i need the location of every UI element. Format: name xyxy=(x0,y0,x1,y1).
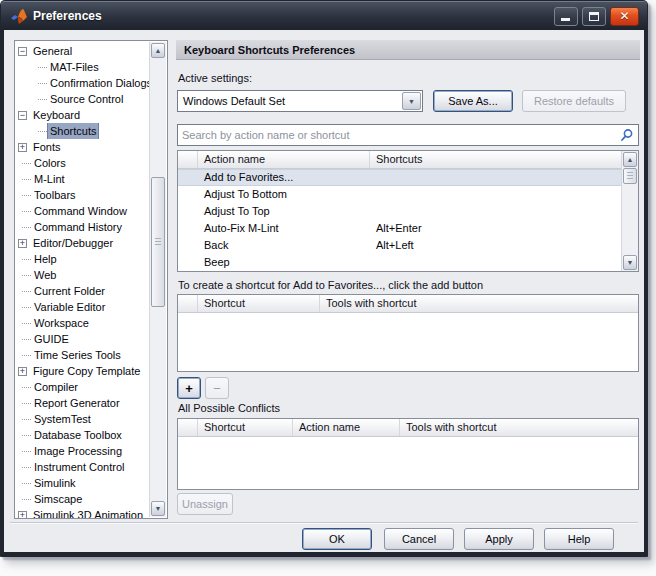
shortcut-cell xyxy=(370,203,621,220)
combo-dropdown-button[interactable]: ▼ xyxy=(402,92,421,110)
table-row[interactable]: Adjust To Bottom xyxy=(178,186,621,203)
collapse-icon[interactable]: − xyxy=(18,47,27,56)
tree-item-label: Database Toolbox xyxy=(32,427,124,443)
tree-item-label: Compiler xyxy=(32,379,80,395)
scroll-down-button[interactable]: ▼ xyxy=(151,501,165,516)
maximize-button[interactable] xyxy=(582,7,606,26)
tree-item-label: Image Processing xyxy=(32,443,124,459)
tree-item-label: Simulink xyxy=(32,475,78,491)
tree-connector xyxy=(22,259,31,260)
tree-item-instrument-control[interactable]: Instrument Control xyxy=(15,459,167,475)
tree-item-label: Command Window xyxy=(32,203,129,219)
expand-icon[interactable]: + xyxy=(18,143,27,152)
scroll-down-button[interactable]: ▼ xyxy=(623,255,637,270)
table-row[interactable]: Beep xyxy=(178,254,621,271)
tree-item-confirmation-dialogs[interactable]: Confirmation Dialogs xyxy=(15,75,167,91)
tree-item-simulink[interactable]: Simulink xyxy=(15,475,167,491)
cancel-button[interactable]: Cancel xyxy=(384,528,454,550)
tree-item-colors[interactable]: Colors xyxy=(15,155,167,171)
preferences-tree: −General MAT-Files Confirmation Dialogs … xyxy=(14,40,168,519)
tree-item-label: Shortcuts xyxy=(48,123,98,139)
shortcut-cell xyxy=(370,254,621,271)
header-cell-action-name[interactable]: Action name xyxy=(198,151,370,168)
header-cell-tools[interactable]: Tools with shortcut xyxy=(400,419,638,436)
conflicts-table-header: Shortcut Action name Tools with shortcut xyxy=(178,419,638,437)
tree-item-compiler[interactable]: Compiler xyxy=(15,379,167,395)
search-input[interactable] xyxy=(182,127,610,143)
tree-item-current-folder[interactable]: Current Folder xyxy=(15,283,167,299)
tree-item-guide[interactable]: GUIDE xyxy=(15,331,167,347)
tree-item-systemtest[interactable]: SystemTest xyxy=(15,411,167,427)
tree-item-help[interactable]: Help xyxy=(15,251,167,267)
apply-button[interactable]: Apply xyxy=(464,528,534,550)
active-settings-select[interactable]: Windows Default Set ▼ xyxy=(177,90,423,112)
header-cell-shortcuts[interactable]: Shortcuts xyxy=(370,151,621,168)
tree-item-editor-debugger[interactable]: +Editor/Debugger xyxy=(15,235,167,251)
tree-item-image-processing[interactable]: Image Processing xyxy=(15,443,167,459)
action-name-cell: Beep xyxy=(198,254,370,271)
tree-item-command-history[interactable]: Command History xyxy=(15,219,167,235)
header-cell-shortcut[interactable]: Shortcut xyxy=(198,295,320,312)
scrollbar-thumb[interactable] xyxy=(623,168,637,184)
table-row[interactable]: Adjust To Top xyxy=(178,203,621,220)
tree-item-shortcuts[interactable]: Shortcuts xyxy=(15,123,167,139)
tree-connector xyxy=(22,451,31,452)
table-row[interactable]: Auto-Fix M-LintAlt+Enter xyxy=(178,220,621,237)
header-cell-tools[interactable]: Tools with shortcut xyxy=(320,295,638,312)
tree-scrollbar[interactable]: ▲ ▼ xyxy=(149,42,166,517)
tree-item-database-toolbox[interactable]: Database Toolbox xyxy=(15,427,167,443)
expand-icon[interactable]: + xyxy=(18,239,27,248)
tree-item-time-series-tools[interactable]: Time Series Tools xyxy=(15,347,167,363)
tree-item-fonts[interactable]: +Fonts xyxy=(15,139,167,155)
remove-shortcut-button[interactable]: − xyxy=(205,377,229,399)
create-shortcut-table: Shortcut Tools with shortcut xyxy=(177,294,639,372)
tree-item-workspace[interactable]: Workspace xyxy=(15,315,167,331)
scrollbar-thumb[interactable] xyxy=(151,177,165,307)
tree-item-m-lint[interactable]: M-Lint xyxy=(15,171,167,187)
tree-connector xyxy=(22,211,31,212)
header-cell-action-name[interactable]: Action name xyxy=(293,419,400,436)
scroll-up-icon: ▲ xyxy=(152,44,164,57)
tree-item-source-control[interactable]: Source Control xyxy=(15,91,167,107)
add-shortcut-button[interactable]: + xyxy=(177,377,201,399)
minimize-button[interactable] xyxy=(554,7,578,26)
tree-item-figure-copy-template[interactable]: +Figure Copy Template xyxy=(15,363,167,379)
tree-item-report-generator[interactable]: Report Generator xyxy=(15,395,167,411)
tree-item-command-window[interactable]: Command Window xyxy=(15,203,167,219)
help-button[interactable]: Help xyxy=(544,528,614,550)
expand-icon[interactable]: + xyxy=(18,367,27,376)
maximize-icon xyxy=(589,12,599,21)
tree-connector xyxy=(22,419,31,420)
header-cell-blank xyxy=(178,151,198,168)
scroll-up-button[interactable]: ▲ xyxy=(151,43,165,58)
scroll-up-button[interactable]: ▲ xyxy=(623,152,637,167)
tree-item-simulink-3d-animation[interactable]: +Simulink 3D Animation xyxy=(15,507,167,519)
tree-item-simscape[interactable]: Simscape xyxy=(15,491,167,507)
scroll-down-icon: ▼ xyxy=(624,256,636,269)
title-bar[interactable]: Preferences ✕ xyxy=(1,1,647,30)
save-as-button[interactable]: Save As... xyxy=(433,90,513,112)
restore-defaults-button[interactable]: Restore defaults xyxy=(522,90,626,112)
shortcuts-table-scrollbar[interactable]: ▲ ▼ xyxy=(621,151,638,271)
unassign-button[interactable]: Unassign xyxy=(177,493,233,515)
close-button[interactable]: ✕ xyxy=(610,7,639,26)
table-row[interactable]: Add to Favorites... xyxy=(178,169,621,186)
tree-connector xyxy=(22,483,31,484)
expand-icon[interactable]: + xyxy=(18,511,27,520)
ok-button[interactable]: OK xyxy=(302,528,372,550)
tree-item-mat-files[interactable]: MAT-Files xyxy=(15,59,167,75)
screen: Preferences ✕ −General MAT-Files Confirm… xyxy=(0,0,656,576)
tree-item-web[interactable]: Web xyxy=(15,267,167,283)
collapse-icon[interactable]: − xyxy=(18,111,27,120)
tree-item-variable-editor[interactable]: Variable Editor xyxy=(15,299,167,315)
tree-item-label: Source Control xyxy=(48,91,125,107)
tree-connector xyxy=(22,227,31,228)
tree-item-keyboard[interactable]: −Keyboard xyxy=(15,107,167,123)
tree-connector xyxy=(38,83,47,84)
tree-item-label: Time Series Tools xyxy=(32,347,123,363)
header-cell-shortcut[interactable]: Shortcut xyxy=(198,419,293,436)
tree-item-toolbars[interactable]: Toolbars xyxy=(15,187,167,203)
tree-item-general[interactable]: −General xyxy=(15,43,167,59)
table-row[interactable]: BackAlt+Left xyxy=(178,237,621,254)
tree-connector xyxy=(22,195,31,196)
